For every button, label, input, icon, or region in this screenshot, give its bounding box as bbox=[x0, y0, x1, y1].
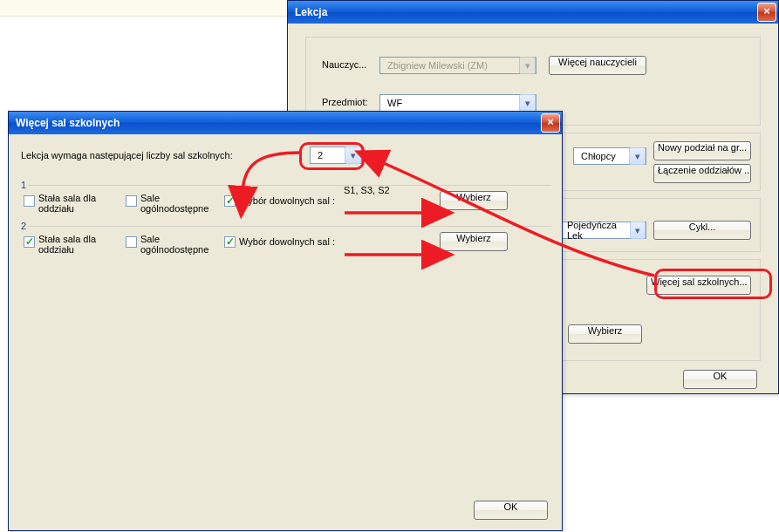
titlebar-lekcja: Lekcja × bbox=[288, 1, 778, 24]
wybor-2-checkbox[interactable]: ✓ bbox=[224, 236, 236, 248]
count-select[interactable]: 2 ▾ bbox=[310, 147, 362, 164]
close-icon[interactable]: × bbox=[757, 3, 776, 22]
przedmiot-select[interactable]: WF ▾ bbox=[379, 94, 536, 112]
ok-button[interactable]: OK bbox=[683, 370, 757, 389]
label-nauczyciel: Nauczyc... bbox=[322, 59, 366, 70]
window-sale: Więcej sal szkolnych × Lekcja wymaga nas… bbox=[8, 111, 563, 531]
laczenie-oddzialow-button[interactable]: Łączenie oddziałów ... bbox=[653, 164, 751, 183]
stala-sala-1-checkbox[interactable] bbox=[24, 195, 35, 207]
chevron-down-icon[interactable]: ▾ bbox=[629, 147, 646, 165]
wybierz-1-button[interactable]: Wybierz bbox=[440, 191, 508, 210]
title-sale: Więcej sal szkolnych bbox=[16, 117, 541, 129]
group-2-label: 2 bbox=[21, 221, 26, 231]
wiecej-sal-szkolnych-button[interactable]: Więcej sal szkolnych... bbox=[646, 276, 751, 295]
chevron-down-icon[interactable]: ▾ bbox=[519, 94, 536, 112]
chevron-down-icon[interactable]: ▾ bbox=[345, 147, 361, 164]
chevron-down-icon[interactable]: ▾ bbox=[630, 222, 646, 239]
title-lekcja: Lekcja bbox=[295, 6, 757, 18]
ok-button[interactable]: OK bbox=[474, 501, 548, 520]
stala-sala-1-label: Stała sala dla oddziału bbox=[38, 193, 126, 214]
cykl-button[interactable]: Cykl... bbox=[653, 221, 751, 240]
divider bbox=[28, 226, 551, 227]
selected-rooms-1: S1, S3, S2 bbox=[344, 185, 390, 195]
chevron-down-icon: ▾ bbox=[519, 57, 536, 74]
grupa-select[interactable]: Chłopcy ▾ bbox=[573, 147, 646, 165]
ogolno-1-checkbox[interactable] bbox=[126, 195, 137, 207]
wiecej-nauczycieli-button[interactable]: Więcej nauczycieli bbox=[549, 56, 646, 75]
wybor-2-label: Wybór dowolnych sal : bbox=[239, 236, 335, 247]
titlebar-sale: Więcej sal szkolnych × bbox=[9, 112, 562, 134]
ogolno-2-label: Sale ogólnodostępne bbox=[140, 234, 228, 255]
nauczyciel-select: Zbigniew Milewski (ZM) ▾ bbox=[379, 57, 536, 74]
stala-sala-2-checkbox[interactable]: ✓ bbox=[24, 236, 35, 248]
ogolno-2-checkbox[interactable] bbox=[126, 236, 137, 248]
page-top-band bbox=[0, 0, 288, 17]
czestotliwosc-select[interactable]: Pojedyńcza Lek ▾ bbox=[559, 222, 646, 239]
stala-sala-2-label: Stała sala dla oddziału bbox=[38, 234, 126, 255]
label-prompt: Lekcja wymaga następującej liczby sal sz… bbox=[21, 150, 233, 160]
sale-body: Lekcja wymaga następującej liczby sal sz… bbox=[9, 134, 562, 530]
ogolno-1-label: Sale ogólnodostępne bbox=[140, 193, 228, 214]
wybor-1-checkbox[interactable]: ✓ bbox=[224, 195, 236, 207]
wybor-1-label: Wybór dowolnych sal : bbox=[239, 195, 335, 206]
wybierz-2-button[interactable]: Wybierz bbox=[440, 232, 508, 251]
close-icon[interactable]: × bbox=[541, 113, 560, 133]
group-1-label: 1 bbox=[21, 180, 26, 190]
divider bbox=[28, 185, 551, 186]
wybierz-sala-button[interactable]: Wybierz bbox=[568, 324, 642, 344]
nowy-podzial-button[interactable]: Nowy podział na gr... bbox=[653, 141, 751, 160]
label-przedmiot: Przedmiot: bbox=[322, 97, 368, 107]
